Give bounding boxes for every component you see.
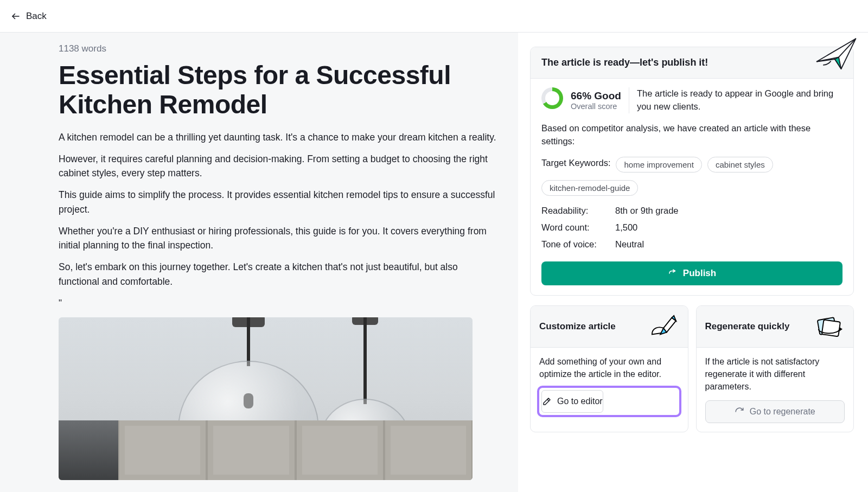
publish-button[interactable]: Publish (541, 261, 843, 285)
word-count: 1138 words (59, 43, 496, 54)
wordcount-label: Word count: (541, 222, 615, 233)
article-title: Essential Steps for a Successful Kitchen… (59, 61, 496, 119)
article-paragraph: A kitchen remodel can be a thrilling yet… (59, 130, 496, 144)
sidebar: The article is ready—let's publish it! 6… (518, 33, 868, 492)
publish-label: Publish (683, 268, 716, 279)
topbar: Back (0, 0, 868, 33)
go-to-editor-button[interactable]: Go to editor (541, 390, 603, 413)
customize-title: Customize article (539, 321, 616, 333)
go-to-editor-label: Go to editor (557, 397, 603, 406)
svg-marker-3 (839, 327, 843, 331)
main: 1138 words Essential Steps for a Success… (0, 33, 868, 492)
score-row: 66% Good Overall score The article is re… (541, 87, 843, 113)
tone-value: Neutral (615, 239, 644, 250)
go-to-regenerate-button[interactable]: Go to regenerate (705, 400, 845, 423)
tone-label: Tone of voice: (541, 239, 615, 250)
article-body: A kitchen remodel can be a thrilling yet… (59, 130, 496, 310)
customize-card: Customize article Add something of your … (530, 305, 688, 433)
stray-quote: " (59, 296, 496, 310)
go-to-editor-highlight: Go to editor (537, 386, 681, 417)
refresh-icon (735, 407, 744, 417)
go-to-regenerate-label: Go to regenerate (750, 407, 815, 417)
publish-card-header: The article is ready—let's publish it! (531, 47, 853, 79)
settings-grid: Readability: 8th or 9th grade Word count… (541, 202, 843, 253)
score-description: The article is ready to appear in Google… (637, 87, 843, 113)
article-paragraph: However, it requires careful planning an… (59, 152, 496, 181)
back-button[interactable]: Back (11, 11, 47, 22)
publish-arrow-icon (668, 269, 678, 278)
regenerate-card: Regenerate quickly If the article is not… (696, 305, 854, 433)
score-value: 66% Good (571, 90, 621, 102)
regenerate-title: Regenerate quickly (705, 321, 790, 333)
keywords-row: Target Keywords: home improvement cabine… (541, 156, 843, 197)
publish-card: The article is ready—let's publish it! 6… (530, 47, 854, 296)
keywords-label: Target Keywords: (541, 156, 610, 168)
keyword-chip[interactable]: home improvement (616, 157, 701, 172)
keyword-chip[interactable]: cabinet styles (707, 157, 773, 172)
regenerate-desc: If the article is not satisfactory regen… (705, 355, 845, 393)
score-ring-icon (541, 87, 563, 109)
back-label: Back (26, 11, 47, 22)
article-paragraph: This guide aims to simplify the process.… (59, 188, 496, 216)
customize-desc: Add something of your own and optimize t… (539, 355, 679, 380)
pencil-hand-icon (648, 314, 679, 340)
score-sublabel: Overall score (571, 102, 621, 111)
paper-plane-icon (814, 35, 864, 74)
arrow-left-icon (11, 11, 21, 21)
article-paragraph: So, let's embark on this journey togethe… (59, 260, 496, 289)
settings-intro: Based on competitor analysis, we have cr… (541, 122, 843, 148)
keyword-chip[interactable]: kitchen-remodel-guide (541, 180, 638, 196)
svg-rect-2 (822, 320, 840, 336)
wordcount-value: 1,500 (615, 222, 637, 233)
readability-value: 8th or 9th grade (615, 206, 679, 216)
edit-icon (542, 397, 552, 406)
regenerate-swap-icon (813, 314, 845, 340)
article-paragraph: Whether you're a DIY enthusiast or hirin… (59, 224, 496, 253)
article-hero-image (59, 317, 473, 480)
article-column: 1138 words Essential Steps for a Success… (0, 33, 518, 492)
readability-label: Readability: (541, 206, 615, 216)
